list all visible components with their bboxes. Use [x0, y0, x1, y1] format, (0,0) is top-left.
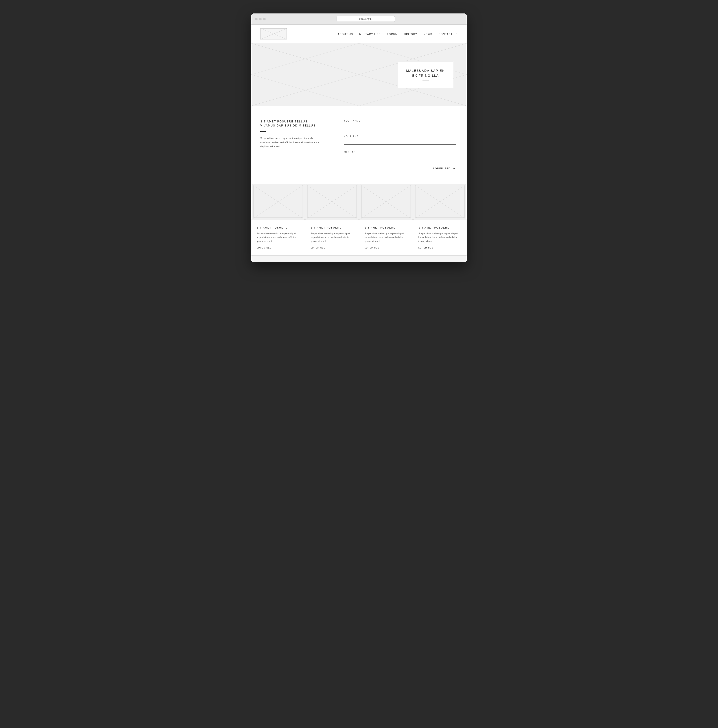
email-label: YOUR EMAIL [344, 135, 456, 138]
card-desc-1: Suspendisse scelerisque sapien aliquet i… [257, 232, 300, 243]
card-desc-2: Suspendisse scelerisque sapien aliquet i… [311, 232, 354, 243]
gallery-item-2[interactable] [305, 184, 359, 220]
svg-rect-0 [261, 29, 286, 39]
nav-item-history[interactable]: HISTORY [404, 32, 417, 36]
svg-line-2 [261, 29, 286, 39]
nav-item-news[interactable]: NEWS [424, 32, 432, 36]
form-group-name: YOUR NAME [344, 119, 456, 129]
browser-addressbar: afma.org.uk [268, 16, 463, 22]
card-link-1[interactable]: LOREM SED → [257, 247, 300, 249]
nav-link-history[interactable]: HISTORY [404, 33, 417, 35]
card-item-1: SIT AMET POSUERE Suspendisse scelerisque… [251, 220, 305, 255]
website-content: ABOUT US MILITARY LIFE FORUM HISTORY NEW… [251, 24, 467, 262]
nav-link-news[interactable]: NEWS [424, 33, 432, 35]
dot-green [263, 18, 266, 20]
card-desc-4: Suspendisse scelerisque sapien aliquet i… [418, 232, 461, 243]
nav-list: ABOUT US MILITARY LIFE FORUM HISTORY NEW… [338, 32, 458, 36]
card-arrow-1: → [273, 247, 276, 249]
gallery-section [251, 184, 467, 220]
cards-section: SIT AMET POSUERE Suspendisse scelerisque… [251, 220, 467, 255]
card-item-3: SIT AMET POSUERE Suspendisse scelerisque… [359, 220, 413, 255]
contact-section-title: SIT AMET POSUERE TELLUS VIVAMUS DAPIBUS … [260, 119, 324, 128]
gallery-item-3[interactable] [359, 184, 413, 220]
form-group-message: MESSAGE [344, 151, 456, 161]
main-nav: ABOUT US MILITARY LIFE FORUM HISTORY NEW… [338, 32, 458, 36]
nav-link-military[interactable]: MILITARY LIFE [359, 33, 381, 35]
card-link-2[interactable]: LOREM SED → [311, 247, 354, 249]
card-title-3: SIT AMET POSUERE [364, 226, 407, 229]
contact-form: YOUR NAME YOUR EMAIL MESSAGE LOREM SED [344, 119, 456, 170]
dot-yellow [259, 18, 262, 20]
name-label: YOUR NAME [344, 119, 456, 122]
nav-item-military[interactable]: MILITARY LIFE [359, 32, 381, 36]
contact-left: SIT AMET POSUERE TELLUS VIVAMUS DAPIBUS … [251, 106, 333, 184]
submit-button[interactable]: LOREM SED → [433, 167, 456, 170]
address-bar[interactable]: afma.org.uk [337, 16, 395, 22]
message-input[interactable] [344, 155, 456, 161]
site-header: ABOUT US MILITARY LIFE FORUM HISTORY NEW… [251, 24, 467, 43]
card-arrow-3: → [381, 247, 383, 249]
nav-item-about[interactable]: ABOUT US [338, 32, 353, 36]
nav-link-forum[interactable]: FORUM [387, 33, 398, 35]
contact-right: YOUR NAME YOUR EMAIL MESSAGE LOREM SED [333, 106, 467, 184]
gallery-item-4[interactable] [413, 184, 467, 220]
form-group-email: YOUR EMAIL [344, 135, 456, 145]
logo[interactable] [260, 28, 287, 40]
contact-description: Suspendisse scelerisque sapien aliquet i… [260, 136, 324, 149]
nav-item-forum[interactable]: FORUM [387, 32, 398, 36]
hero-text-box: MALESUADA SAPIEN EX FRINGILLA [398, 61, 453, 88]
nav-link-contact[interactable]: CONTACT US [439, 33, 458, 35]
svg-line-1 [261, 29, 286, 39]
card-item-4: SIT AMET POSUERE Suspendisse scelerisque… [413, 220, 467, 255]
browser-chrome: afma.org.uk [251, 14, 467, 24]
footer-strip [251, 255, 467, 262]
arrow-icon: → [452, 167, 456, 170]
card-arrow-4: → [435, 247, 437, 249]
card-title-4: SIT AMET POSUERE [418, 226, 461, 229]
hero-divider [423, 81, 429, 81]
contact-section: SIT AMET POSUERE TELLUS VIVAMUS DAPIBUS … [251, 106, 467, 184]
nav-link-about[interactable]: ABOUT US [338, 33, 353, 35]
gallery-item-1[interactable] [251, 184, 305, 220]
dot-red [255, 18, 257, 20]
contact-divider [260, 131, 266, 132]
browser-window: afma.org.uk ABOUT US MILITARY LIFE FORUM… [251, 14, 467, 262]
card-link-4[interactable]: LOREM SED → [418, 247, 461, 249]
hero-title: MALESUADA SAPIEN EX FRINGILLA [406, 68, 445, 78]
card-title-1: SIT AMET POSUERE [257, 226, 300, 229]
card-desc-3: Suspendisse scelerisque sapien aliquet i… [364, 232, 407, 243]
browser-dots [255, 18, 266, 20]
nav-item-contact[interactable]: CONTACT US [439, 32, 458, 36]
card-arrow-2: → [327, 247, 329, 249]
card-title-2: SIT AMET POSUERE [311, 226, 354, 229]
message-label: MESSAGE [344, 151, 456, 153]
name-input[interactable] [344, 124, 456, 129]
card-item-2: SIT AMET POSUERE Suspendisse scelerisque… [305, 220, 359, 255]
form-submit-area: LOREM SED → [344, 167, 456, 170]
hero-section: MALESUADA SAPIEN EX FRINGILLA [251, 43, 467, 106]
email-input[interactable] [344, 139, 456, 145]
card-link-3[interactable]: LOREM SED → [364, 247, 407, 249]
